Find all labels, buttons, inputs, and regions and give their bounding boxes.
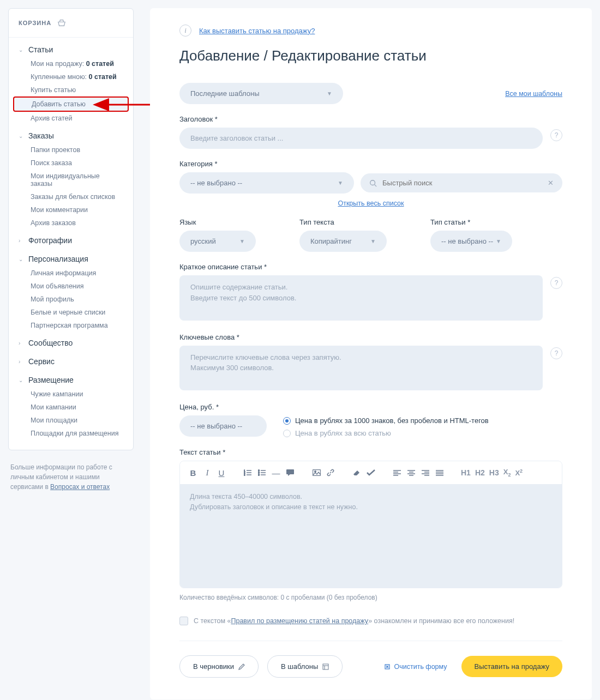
h2-button[interactable]: H2 — [473, 468, 487, 477]
text-type-select[interactable]: Копирайтинг▼ — [299, 231, 387, 252]
link-button[interactable] — [324, 467, 337, 479]
body-label: Текст статьи * — [179, 448, 562, 456]
clear-form-link[interactable]: Очистить форму — [384, 663, 447, 671]
chevron-down-icon: ⌄ — [19, 377, 24, 383]
nav-group-header[interactable]: ⌄Персонализация — [9, 251, 133, 267]
align-left-button[interactable] — [391, 467, 404, 479]
nav-item[interactable]: Мои объявления — [9, 280, 133, 293]
templates-select[interactable]: Последние шаблоны▼ — [179, 83, 343, 104]
unordered-list-button[interactable] — [255, 467, 268, 479]
hr-button[interactable]: — — [269, 467, 283, 479]
language-label: Язык — [179, 218, 256, 226]
help-icon[interactable]: ? — [550, 347, 562, 359]
eraser-button[interactable] — [350, 467, 363, 479]
category-search[interactable]: ✕ — [361, 173, 562, 192]
nav-group-header[interactable]: ›Сообщество — [9, 335, 133, 351]
nav-item[interactable]: Мои площадки — [9, 414, 133, 427]
nav-item[interactable]: Партнерская программа — [9, 319, 133, 332]
nav-item[interactable]: Мои кампании — [9, 401, 133, 414]
check-button[interactable] — [364, 467, 377, 479]
align-center-button[interactable] — [405, 467, 418, 479]
nav-item[interactable]: Мои комментарии — [9, 203, 133, 216]
nav-item[interactable]: Добавить статью — [13, 96, 129, 112]
category-select[interactable]: -- не выбрано --▼ — [179, 172, 354, 194]
language-select[interactable]: русский▼ — [179, 231, 256, 252]
clear-search-icon[interactable]: ✕ — [548, 179, 554, 187]
nav-item[interactable]: Купить статью — [9, 83, 133, 96]
svg-rect-16 — [286, 469, 294, 474]
image-button[interactable] — [310, 467, 323, 479]
template-icon — [322, 663, 329, 670]
nav-item[interactable]: Белые и черные списки — [9, 306, 133, 319]
subscript-button[interactable]: X2 — [502, 468, 513, 478]
page-title: Добавление / Редактирование статьи — [179, 47, 562, 64]
align-justify-button[interactable] — [433, 467, 446, 479]
nav-item[interactable]: Мой профиль — [9, 293, 133, 306]
price-select[interactable]: -- не выбрано -- — [179, 415, 267, 437]
svg-point-19 — [314, 471, 316, 473]
nav-item[interactable]: Папки проектов — [9, 143, 133, 156]
title-input[interactable] — [179, 128, 543, 149]
nav-item[interactable]: Площадки для размещения — [9, 427, 133, 440]
submit-button[interactable]: Выставить на продажу — [461, 656, 562, 677]
rules-link[interactable]: Правил по размещению статей на продажу — [231, 617, 368, 625]
nav-group-header[interactable]: ⌄Статьи — [9, 42, 133, 57]
help-link[interactable]: Как выставить статью на продажу? — [199, 27, 315, 35]
price-radio-whole[interactable]: Цена в рублях за всю статью — [283, 429, 489, 437]
ordered-list-button[interactable]: 123 — [241, 467, 254, 479]
chevron-down-icon: ▼ — [370, 238, 376, 244]
align-right-button[interactable] — [419, 467, 432, 479]
nav-item[interactable]: Архив заказов — [9, 216, 133, 230]
all-templates-link[interactable]: Все мои шаблоны — [505, 90, 562, 98]
nav-group-title: Фотографии — [28, 236, 72, 245]
chevron-right-icon: › — [19, 340, 24, 346]
open-full-list-link[interactable]: Открыть весь список — [338, 200, 404, 207]
chevron-down-icon: ⌄ — [19, 47, 24, 53]
nav-group-header[interactable]: ⌄Заказы — [9, 128, 133, 143]
quote-button[interactable] — [284, 467, 297, 479]
bold-button[interactable]: B — [187, 467, 200, 479]
nav-item[interactable]: Поиск заказа — [9, 156, 133, 170]
nav-item[interactable]: Купленные мною: 0 статей — [9, 70, 133, 83]
sidebar-footer: Больше информации по работе с личным каб… — [8, 462, 134, 492]
price-radio-per-1000[interactable]: Цена в рублях за 1000 знаков, без пробел… — [283, 417, 489, 425]
nav-item[interactable]: Мои на продажу: 0 статей — [9, 57, 133, 70]
keywords-textarea[interactable] — [179, 346, 543, 391]
draft-button[interactable]: В черновики — [179, 655, 259, 678]
cart-link[interactable]: КОРЗИНА — [9, 19, 133, 38]
nav-item[interactable]: Мои индивидуальные заказы — [9, 170, 133, 190]
char-count: Количество введёных символов: 0 с пробел… — [179, 594, 562, 601]
help-icon[interactable]: ? — [550, 277, 562, 289]
nav-item[interactable]: Заказы для белых списков — [9, 190, 133, 203]
nav-item[interactable]: Личная информация — [9, 267, 133, 280]
rich-editor: B I U 123 — — [179, 461, 562, 588]
nav-item[interactable]: Архив статей — [9, 112, 133, 125]
chevron-right-icon: › — [19, 238, 24, 244]
description-label: Краткое описание статьи * — [179, 263, 543, 271]
category-search-input[interactable] — [382, 179, 542, 187]
chevron-right-icon: › — [19, 359, 24, 365]
faq-link[interactable]: Вопросах и ответах — [50, 483, 110, 491]
italic-button[interactable]: I — [201, 467, 214, 479]
nav-item[interactable]: Чужие кампании — [9, 388, 133, 401]
body-textarea[interactable]: Длина текста 450–40000 символов. Дублиро… — [180, 484, 562, 588]
description-textarea[interactable] — [179, 275, 543, 321]
template-button[interactable]: В шаблоны — [267, 655, 343, 678]
nav-group-header[interactable]: ⌄Размещение — [9, 372, 133, 388]
help-icon[interactable]: ? — [550, 129, 562, 141]
chevron-down-icon: ⌄ — [19, 256, 24, 262]
h1-button[interactable]: H1 — [459, 468, 472, 477]
superscript-button[interactable]: X2 — [513, 468, 524, 477]
underline-button[interactable]: U — [215, 467, 228, 479]
chevron-down-icon: ▼ — [327, 90, 332, 96]
text-type-label: Тип текста — [299, 218, 387, 226]
h3-button[interactable]: H3 — [488, 468, 501, 477]
nav-group-title: Сервис — [28, 357, 55, 366]
nav-group-header[interactable]: ›Фотографии — [9, 233, 133, 248]
agree-text: С текстом «Правил по размещению статей н… — [194, 617, 514, 625]
nav-group-header[interactable]: ›Сервис — [9, 354, 133, 369]
chevron-down-icon: ▼ — [496, 238, 501, 244]
svg-point-2 — [370, 180, 375, 185]
article-type-select[interactable]: -- не выбрано --▼ — [430, 231, 512, 252]
agree-checkbox[interactable] — [179, 617, 188, 625]
